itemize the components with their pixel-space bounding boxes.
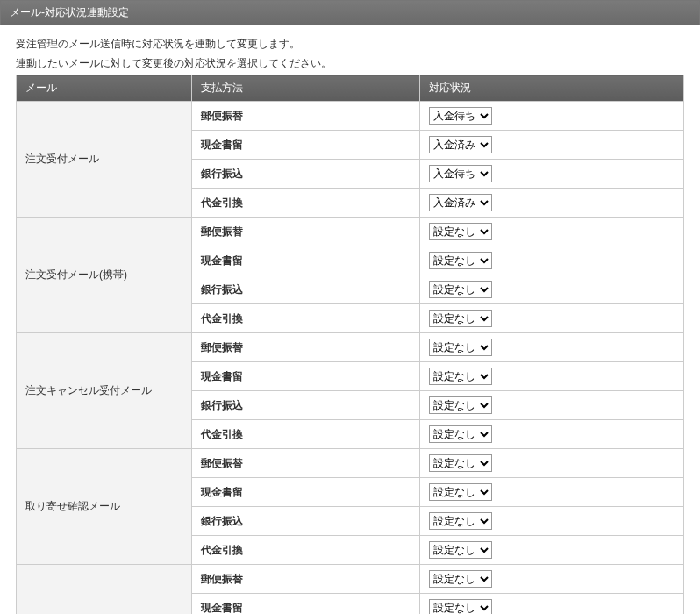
payment-label: 代金引換 (192, 536, 420, 565)
mail-label: お問い合わせ受付メール (17, 565, 192, 615)
status-cell: 設定なし入金待ち入金済み (420, 420, 684, 449)
payment-label: 銀行振込 (192, 275, 420, 304)
payment-label: 郵便振替 (192, 565, 420, 594)
col-mail: メール (17, 75, 192, 102)
mail-label: 取り寄せ確認メール (17, 449, 192, 565)
col-status: 対応状況 (420, 75, 684, 102)
payment-label: 銀行振込 (192, 507, 420, 536)
payment-label: 現金書留 (192, 362, 420, 391)
mail-label: 注文受付メール(携帯) (17, 218, 192, 333)
description-line2: 連動したいメールに対して変更後の対応状況を選択してください。 (16, 55, 684, 71)
status-select[interactable]: 設定なし入金待ち入金済み (429, 425, 492, 443)
status-select[interactable]: 設定なし入金待ち入金済み (429, 396, 492, 414)
status-cell: 設定なし入金待ち入金済み (420, 131, 684, 160)
status-select[interactable]: 設定なし入金待ち入金済み (429, 223, 492, 240)
payment-label: 銀行振込 (192, 160, 420, 189)
table-row: お問い合わせ受付メール郵便振替設定なし入金待ち入金済み (17, 565, 684, 594)
mail-label: 注文キャンセル受付メール (17, 333, 192, 449)
status-select[interactable]: 設定なし入金待ち入金済み (429, 454, 492, 472)
table-row: 取り寄せ確認メール郵便振替設定なし入金待ち入金済み (17, 449, 684, 478)
payment-label: 現金書留 (192, 594, 420, 615)
status-select[interactable]: 設定なし入金待ち入金済み (429, 570, 492, 588)
payment-label: 郵便振替 (192, 449, 420, 478)
status-select[interactable]: 設定なし入金待ち入金済み (429, 165, 492, 182)
mail-label: 注文受付メール (17, 102, 192, 218)
status-cell: 設定なし入金待ち入金済み (420, 391, 684, 420)
status-cell: 設定なし入金待ち入金済み (420, 304, 684, 333)
status-select[interactable]: 設定なし入金待ち入金済み (429, 512, 492, 530)
status-select[interactable]: 設定なし入金待ち入金済み (429, 107, 492, 125)
table-row: 注文キャンセル受付メール郵便振替設定なし入金待ち入金済み (17, 333, 684, 362)
status-select[interactable]: 設定なし入金待ち入金済み (429, 281, 492, 298)
status-cell: 設定なし入金待ち入金済み (420, 160, 684, 189)
status-select[interactable]: 設定なし入金待ち入金済み (429, 541, 492, 559)
status-select[interactable]: 設定なし入金待ち入金済み (429, 310, 492, 327)
status-select[interactable]: 設定なし入金待ち入金済み (429, 368, 492, 385)
col-payment: 支払方法 (192, 75, 420, 102)
status-select[interactable]: 設定なし入金待ち入金済み (429, 339, 492, 356)
status-cell: 設定なし入金待ち入金済み (420, 536, 684, 565)
payment-label: 現金書留 (192, 246, 420, 275)
status-select[interactable]: 設定なし入金待ち入金済み (429, 599, 492, 614)
status-cell: 設定なし入金待ち入金済み (420, 102, 684, 131)
status-cell: 設定なし入金待ち入金済み (420, 362, 684, 391)
payment-label: 現金書留 (192, 131, 420, 160)
status-cell: 設定なし入金待ち入金済み (420, 478, 684, 507)
status-cell: 設定なし入金待ち入金済み (420, 565, 684, 594)
status-cell: 設定なし入金待ち入金済み (420, 333, 684, 362)
payment-label: 現金書留 (192, 478, 420, 507)
status-select[interactable]: 設定なし入金待ち入金済み (429, 136, 492, 154)
settings-table: メール 支払方法 対応状況 注文受付メール郵便振替設定なし入金待ち入金済み現金書… (16, 75, 684, 614)
payment-label: 代金引換 (192, 189, 420, 218)
description-line1: 受注管理のメール送信時に対応状況を連動して変更します。 (16, 36, 684, 52)
table-row: 注文受付メール郵便振替設定なし入金待ち入金済み (17, 102, 684, 131)
table-row: 注文受付メール(携帯)郵便振替設定なし入金待ち入金済み (17, 218, 684, 246)
payment-label: 郵便振替 (192, 333, 420, 362)
status-select[interactable]: 設定なし入金待ち入金済み (429, 252, 492, 269)
status-cell: 設定なし入金待ち入金済み (420, 246, 684, 275)
status-cell: 設定なし入金待ち入金済み (420, 449, 684, 478)
status-cell: 設定なし入金待ち入金済み (420, 189, 684, 218)
status-cell: 設定なし入金待ち入金済み (420, 275, 684, 304)
payment-label: 銀行振込 (192, 391, 420, 420)
payment-label: 代金引換 (192, 304, 420, 333)
page-title: メール-対応状況連動設定 (0, 0, 700, 25)
status-select[interactable]: 設定なし入金待ち入金済み (429, 194, 492, 211)
payment-label: 代金引換 (192, 420, 420, 449)
status-cell: 設定なし入金待ち入金済み (420, 594, 684, 615)
status-cell: 設定なし入金待ち入金済み (420, 507, 684, 536)
payment-label: 郵便振替 (192, 218, 420, 246)
status-cell: 設定なし入金待ち入金済み (420, 218, 684, 246)
status-select[interactable]: 設定なし入金待ち入金済み (429, 483, 492, 501)
payment-label: 郵便振替 (192, 102, 420, 131)
